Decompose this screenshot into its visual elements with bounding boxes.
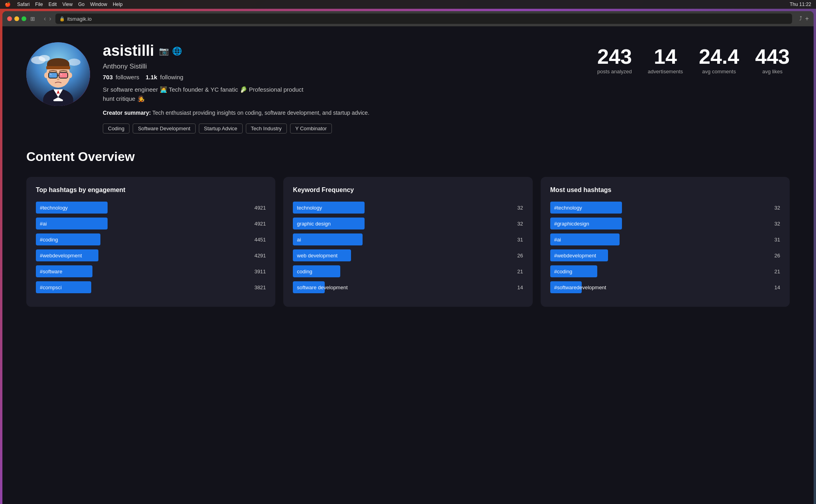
bar-label-container: ai — [293, 233, 504, 245]
bar-value: 3911 — [251, 269, 266, 275]
bar-value: 31 — [766, 237, 780, 243]
svg-rect-13 — [46, 66, 70, 69]
bar-label: #softwaredevelopment — [554, 284, 606, 290]
bar-row: graphic design 32 — [293, 218, 523, 229]
social-icons: 📷 🌐 — [159, 46, 182, 56]
bar-row: coding 21 — [293, 265, 523, 277]
bar: #technology — [36, 202, 108, 214]
tags-row: CodingSoftware DevelopmentStartup Advice… — [103, 124, 585, 133]
bar: #ai — [550, 233, 620, 245]
bar-row: #webdevelopment 4291 — [36, 249, 266, 261]
forward-button[interactable]: › — [49, 15, 51, 22]
bar: #coding — [36, 233, 100, 245]
bar-label-container: #technology — [550, 202, 762, 214]
creator-summary: Creator summary: Tech enthusiast providi… — [103, 109, 585, 117]
bar-label: #technology — [40, 205, 68, 211]
url-text: itsmagik.io — [67, 16, 92, 22]
cards-grid: Top hashtags by engagement #technology 4… — [26, 177, 790, 307]
svg-point-15 — [68, 73, 72, 78]
bar-label: coding — [297, 269, 312, 275]
bar-value: 26 — [509, 253, 523, 259]
globe-icon[interactable]: 🌐 — [172, 46, 182, 56]
stat-label: avg comments — [699, 69, 739, 75]
bar-value: 21 — [766, 269, 780, 275]
bar-label: #webdevelopment — [554, 253, 596, 259]
lock-icon: 🔒 — [59, 16, 65, 22]
bar-label-container: #compsci — [36, 281, 247, 293]
stat-number: 24.4 — [699, 46, 739, 67]
bio: Sr software engineer 🧑‍💻 Tech founder & … — [103, 85, 310, 103]
bar-label-container: #coding — [36, 233, 247, 245]
browser-window: ⊞ ‹ › 🔒 itsmagik.io ⤴ + — [2, 11, 814, 504]
profile-tag: Tech Industry — [246, 124, 287, 133]
menu-go[interactable]: Go — [78, 2, 84, 7]
bar-label-container: technology — [293, 202, 504, 214]
bar-label: #webdevelopment — [40, 253, 82, 259]
bar-row: #technology 4921 — [36, 202, 266, 214]
stat-number: 243 — [597, 46, 632, 67]
bar-label: #graphicdesign — [554, 221, 589, 227]
bar-value: 32 — [766, 205, 780, 211]
content-overview-section: Content Overview Top hashtags by engagem… — [26, 149, 790, 307]
creator-summary-label: Creator summary: — [103, 110, 151, 116]
menu-window[interactable]: Window — [90, 2, 107, 7]
instagram-icon[interactable]: 📷 — [159, 46, 169, 56]
svg-point-3 — [39, 55, 50, 61]
apple-menu[interactable]: 🍎 — [5, 2, 11, 7]
bar-label: #coding — [40, 237, 58, 243]
back-button[interactable]: ‹ — [44, 15, 46, 22]
card-title: Most used hashtags — [550, 186, 780, 194]
bar-row: ai 31 — [293, 233, 523, 245]
bar-label: #technology — [554, 205, 582, 211]
bar-row: #coding 21 — [550, 265, 780, 277]
svg-rect-20 — [59, 73, 67, 78]
fullscreen-button[interactable] — [22, 16, 26, 21]
following-count: 1.1k following — [145, 74, 183, 80]
section-title: Content Overview — [26, 149, 790, 164]
bar-row: #webdevelopment 26 — [550, 249, 780, 261]
menu-view[interactable]: View — [62, 2, 73, 7]
close-button[interactable] — [7, 16, 12, 21]
bar-value: 4921 — [251, 221, 266, 227]
sidebar-toggle-icon[interactable]: ⊞ — [30, 16, 35, 22]
bar: software development — [293, 281, 324, 293]
traffic-lights — [7, 16, 26, 21]
profile-tag: Y Combinator — [290, 124, 332, 133]
new-tab-button[interactable]: + — [805, 15, 809, 22]
menu-edit[interactable]: Edit — [49, 2, 57, 7]
address-bar[interactable]: 🔒 itsmagik.io — [55, 14, 792, 24]
bar: ai — [293, 233, 363, 245]
bar-label: #software — [40, 269, 62, 275]
avatar-container — [26, 42, 90, 106]
menu-file[interactable]: File — [35, 2, 43, 7]
menu-help[interactable]: Help — [113, 2, 123, 7]
bar-label-container: #webdevelopment — [550, 249, 762, 261]
minimize-button[interactable] — [14, 16, 19, 21]
bar: #softwaredevelopment — [550, 281, 582, 293]
bar-label-container: #graphicdesign — [550, 218, 762, 229]
stat-label: avg likes — [755, 69, 790, 75]
bar-label: technology — [297, 205, 322, 211]
stat-label: posts analyzed — [597, 69, 632, 75]
avatar — [26, 42, 90, 106]
bar-row: #coding 4451 — [36, 233, 266, 245]
bar-label: ai — [297, 237, 301, 243]
stat-item: 24.4 avg comments — [699, 46, 739, 75]
bar: #graphicdesign — [550, 218, 622, 229]
bar-value: 4291 — [251, 253, 266, 259]
followers-count: 703 followers — [103, 74, 139, 80]
stats-section: 243 posts analyzed 14 advertisements 24.… — [597, 42, 790, 75]
bar-value: 21 — [509, 269, 523, 275]
card-0: Top hashtags by engagement #technology 4… — [26, 177, 275, 307]
app-content: asistilli 📷 🌐 Anthony Sistilli 703 follo… — [2, 26, 814, 504]
share-icon[interactable]: ⤴ — [799, 15, 802, 22]
bar: coding — [293, 265, 340, 277]
svg-point-4 — [68, 59, 80, 66]
menu-safari[interactable]: Safari — [17, 2, 29, 7]
bar-label-container: graphic design — [293, 218, 504, 229]
card-2: Most used hashtags #technology 32 #graph… — [541, 177, 790, 307]
svg-point-14 — [44, 73, 48, 78]
full-name: Anthony Sistilli — [103, 63, 585, 71]
stat-item: 243 posts analyzed — [597, 46, 632, 75]
bar-value: 14 — [766, 284, 780, 290]
